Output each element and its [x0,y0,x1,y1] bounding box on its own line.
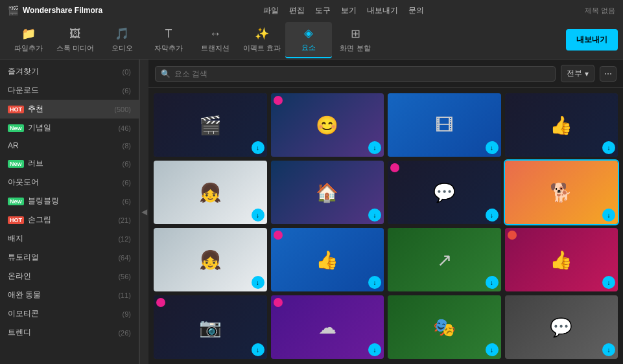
sidebar-label-love: 러브 [28,158,43,169]
grid-thumb-15: 🎭↓ [388,295,501,359]
grid-item-10[interactable]: 👍↓Marketing Pack Vol 02 E... [271,228,384,291]
sidebar-label-pet: 애완 동물 [8,290,41,301]
stock-media-label: 스톡 미디어 [56,43,94,53]
grid-item-3[interactable]: 🎞↓Cinematic Title Verse Op... [388,93,501,157]
download-button-1[interactable]: ↓ [252,141,264,154]
grid-item-15[interactable]: 🎭↓... [388,295,501,359]
sidebar-item-badge[interactable]: 배지(12) [0,229,139,248]
sidebar-count-tutorial: (64) [118,254,131,262]
grid-item-1[interactable]: 🎬↓Channel_Trailer_Pack_Ele... [154,93,267,157]
download-button-7[interactable]: ↓ [486,209,499,222]
menu-item-파일[interactable]: 파일 [263,5,279,16]
toolbar-item-audio[interactable]: 🎵오디오 [99,22,145,58]
sidebar-count-trendy: (26) [118,329,131,337]
sidebar-count-love: (6) [123,160,131,168]
grid-item-11[interactable]: ↗↓Tutorial Element White 31 [388,228,501,291]
sidebar-item-favorites[interactable]: 즐겨찾기(0) [0,62,139,81]
sidebar-label-tutorial: 튜토리얼 [8,252,39,263]
screen-split-icon: ⊞ [351,27,360,41]
thumb-badge-13 [156,298,165,307]
menu-item-문의[interactable]: 문의 [408,5,424,16]
grid-item-12[interactable]: 👍↓Like And Subscribes Pac... [505,228,618,291]
grid-item-4[interactable]: 👍↓DE Channel Subscribe P... [505,93,618,157]
grid-item-9[interactable]: 👧↓Kawaii MORA Pack Elem... [154,228,267,291]
grid-view-button[interactable]: ⋯ [600,66,617,82]
filter-button[interactable]: 전부 ▾ [561,65,594,82]
grid-item-7[interactable]: 💬↓Simple Speech Bubble El... [388,161,501,224]
download-button-9[interactable]: ↓ [252,276,264,289]
sidebar-item-bling[interactable]: New블링블링(6) [0,192,139,210]
window-title: 제목 없음 [585,6,615,16]
menu-item-보기[interactable]: 보기 [341,5,357,16]
grid-thumb-3: 🎞↓ [388,93,501,157]
sidebar-item-emoticon[interactable]: 이모티콘(9) [0,304,139,323]
sidebar-item-hands[interactable]: HOT손그림(21) [0,210,139,229]
sidebar-count-hands: (21) [118,216,131,224]
sidebar-label-hands: 손그림 [28,214,51,225]
app-logo-icon: 🎬 [8,5,19,16]
grid-thumb-10: 👍↓ [271,228,384,291]
toolbar-item-elements[interactable]: ◈요소 [285,22,332,58]
thumb-badge-2 [274,96,283,105]
menu-item-편집[interactable]: 편집 [289,5,305,16]
grid-thumb-16: 💬↓ [505,295,618,359]
grid-item-2[interactable]: 😊↓Self Intro Templates Ele... [271,93,384,157]
grid-item-5[interactable]: 👧↓Kawaii MORA Pack Elem... [154,161,267,224]
toolbar-item-file-add[interactable]: 📁파일추가 [5,22,52,58]
download-button-13[interactable]: ↓ [252,343,264,356]
download-button-5[interactable]: ↓ [252,209,264,222]
sidebar-label-online: 온라인 [8,271,31,282]
sidebar-item-online[interactable]: 온라인(56) [0,267,139,286]
file-add-icon: 📁 [21,27,36,41]
logo-area: 🎬 Wondershare Filmora [8,5,102,16]
sidebar-item-download[interactable]: 다운로드(6) [0,81,139,100]
sidebar-count-pet: (11) [118,291,131,299]
grid-item-6[interactable]: 🏠↓DE Channel Subscribe P... [271,161,384,224]
grid-item-14[interactable]: ☁↓... [271,295,384,359]
toolbar-item-stock-media[interactable]: 🖼스톡 미디어 [52,22,99,58]
toolbar-item-effect[interactable]: ✨이펙트 효과 [239,22,285,58]
sidebar-toggle[interactable]: ◀ [139,60,148,364]
transition-label: 트랜지션 [201,43,229,53]
elements-grid: 🎬↓Channel_Trailer_Pack_Ele...😊↓Self Intr… [148,88,623,364]
subtitle-icon: T [165,27,172,41]
sidebar-item-outdoor[interactable]: 아웃도어(6) [0,173,139,192]
sidebar: 즐겨찾기(0)다운로드(6)HOT추천(500)New기념일(46)AR(8)N… [0,60,139,364]
menu-item-도구[interactable]: 도구 [315,5,331,16]
screen-split-label: 화면 분할 [340,43,370,53]
sidebar-item-new-anniversary[interactable]: New기념일(46) [0,119,139,137]
sidebar-item-love[interactable]: New러브(6) [0,154,139,173]
sidebar-count-emoticon: (9) [123,310,131,318]
sidebar-item-pet[interactable]: 애완 동물(11) [0,286,139,304]
grid-thumb-7: 💬↓ [388,161,501,224]
sidebar-label-badge: 배지 [8,233,23,244]
export-button[interactable]: 내보내기 [566,29,618,51]
menu-item-내보내기[interactable]: 내보내기 [367,5,398,16]
subtitle-label: 자막추가 [154,43,183,53]
sidebar-item-trendy[interactable]: 트렌디(26) [0,323,139,342]
toolbar-item-screen-split[interactable]: ⊞화면 분할 [332,22,379,58]
grid-item-16[interactable]: 💬↓... [505,295,618,359]
app-logo-text: Wondershare Filmora [23,6,102,15]
sidebar-count-new-anniversary: (46) [118,124,131,132]
download-button-3[interactable]: ↓ [486,141,499,154]
elements-icon: ◈ [304,26,313,40]
sidebar-item-ar[interactable]: AR(8) [0,137,139,154]
download-button-11[interactable]: ↓ [486,276,499,289]
grid-item-8[interactable]: 🐕↓Make Everyone Thankful... [505,161,618,224]
toolbar-item-transition[interactable]: ↔트랜지션 [192,22,239,58]
grid-thumb-12: 👍↓ [505,228,618,291]
grid-item-13[interactable]: 📷↓... [154,295,267,359]
sidebar-label-ar: AR [8,141,19,150]
badge-new-anniversary: New [8,124,24,132]
search-input[interactable] [174,69,550,78]
menu-bar: 파일편집도구보기내보내기문의 [263,5,424,16]
toolbar-item-subtitle[interactable]: T자막추가 [145,22,192,58]
sidebar-label-bling: 블링블링 [28,196,59,207]
download-button-15[interactable]: ↓ [486,343,499,356]
thumb-badge-12 [508,231,517,240]
sidebar-label-new-anniversary: 기념일 [28,122,51,133]
sidebar-item-tutorial[interactable]: 튜토리얼(64) [0,248,139,267]
sidebar-item-hot-recommend[interactable]: HOT추천(500) [0,100,139,119]
sidebar-count-badge: (12) [118,235,131,243]
